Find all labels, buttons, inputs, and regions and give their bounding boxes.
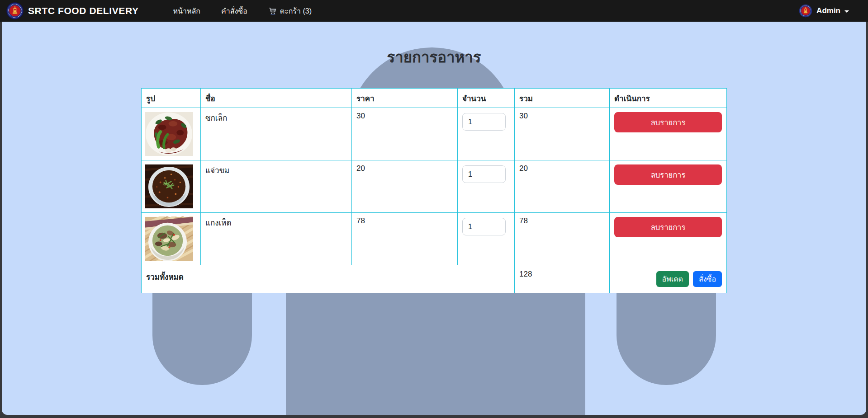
cart-row: แจ่วขม 20 20 ลบรายการ [142,160,727,213]
total-cell: 30 [515,108,610,160]
price-cell: 78 [352,213,458,265]
school-emblem-avatar [799,4,812,18]
cart-row: ซกเล็ก 30 30 ลบรายการ [142,108,727,160]
cart-table: รูป ชื่อ ราคา จำนวน รวม ดำเนินการ [141,88,727,293]
image-cell [142,213,201,265]
quantity-cell [458,108,515,160]
name-cell: ซกเล็ก [201,108,352,160]
quantity-input[interactable] [462,165,506,183]
grand-total-label: รวมทั้งหมด [142,265,515,293]
account-name: Admin [816,6,840,15]
quantity-cell [458,213,515,265]
header-image: รูป [142,89,201,108]
total-cell: 78 [515,213,610,265]
header-name: ชื่อ [201,89,352,108]
total-cell: 20 [515,160,610,213]
quantity-cell [458,160,515,213]
header-quantity: จำนวน [458,89,515,108]
footer-actions: อัพเดต สั่งซื้อ [614,271,722,287]
brand[interactable]: SRTC FOOD DELIVERY [6,2,139,19]
update-button[interactable]: อัพเดต [656,271,689,287]
image-cell [142,160,201,213]
quantity-input[interactable] [462,113,506,131]
header-actions: ดำเนินการ [610,89,727,108]
table-footer-row: รวมทั้งหมด 128 อัพเดต สั่งซื้อ [142,265,727,293]
page-title: รายการอาหาร [2,22,866,68]
actions-cell: ลบรายการ [610,160,727,213]
image-cell [142,108,201,160]
account-dropdown[interactable]: Admin [799,4,862,18]
actions-cell: ลบรายการ [610,213,727,265]
order-button[interactable]: สั่งซื้อ [693,271,722,287]
price-cell: 30 [352,108,458,160]
food-photo [145,112,193,156]
nav-link-home-label: หน้าหลัก [173,5,201,17]
page-body: รายการอาหาร รูป ชื่อ ราคา จำนวน รวม ดำเน… [2,22,866,415]
footer-actions-cell: อัพเดต สั่งซื้อ [610,265,727,293]
grand-total-value: 128 [515,265,610,293]
nav-link-cart[interactable]: ตะกร้า (3) [268,5,312,17]
food-photo [145,164,193,209]
navbar: SRTC FOOD DELIVERY หน้าหลัก คำสั่งซื้อ ต… [0,0,868,22]
school-emblem-logo [6,2,24,19]
delete-item-button[interactable]: ลบรายการ [614,164,722,185]
food-photo [145,216,193,261]
nav-link-orders[interactable]: คำสั่งซื้อ [221,5,247,17]
table-header-row: รูป ชื่อ ราคา จำนวน รวม ดำเนินการ [142,89,727,108]
delete-item-button[interactable]: ลบรายการ [614,112,722,132]
nav-link-cart-label: ตะกร้า (3) [280,5,312,17]
header-total: รวม [515,89,610,108]
header-price: ราคา [352,89,458,108]
delete-item-button[interactable]: ลบรายการ [614,217,722,237]
name-cell: แจ่วขม [201,160,352,213]
brand-text: SRTC FOOD DELIVERY [28,5,139,16]
caret-down-icon [844,10,849,13]
nav-links: หน้าหลัก คำสั่งซื้อ ตะกร้า (3) [173,5,312,17]
nav-link-home[interactable]: หน้าหลัก [173,5,201,17]
cart-icon [268,7,277,15]
nav-link-orders-label: คำสั่งซื้อ [221,5,247,17]
name-cell: แกงเห็ด [201,213,352,265]
quantity-input[interactable] [462,218,506,235]
actions-cell: ลบรายการ [610,108,727,160]
avatar [799,4,812,18]
cart-row: แกงเห็ด 78 78 ลบรายการ [142,213,727,265]
price-cell: 20 [352,160,458,213]
